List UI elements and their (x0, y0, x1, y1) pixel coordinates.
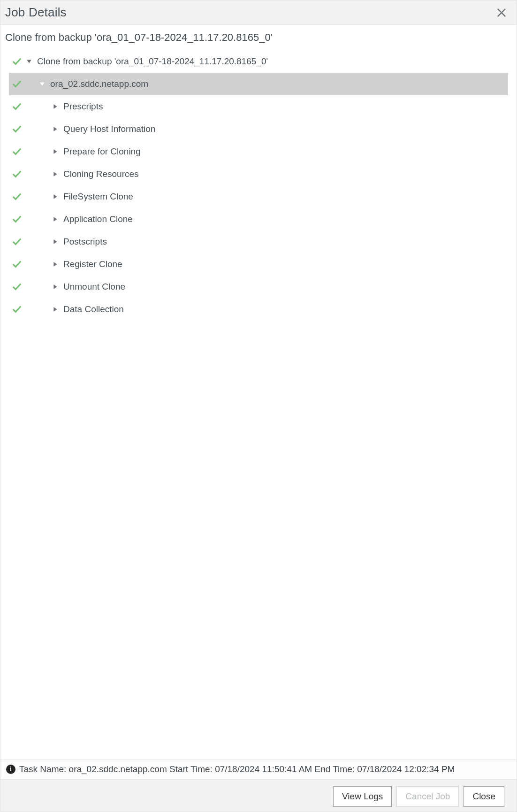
tree-row-label: Prepare for Cloning (62, 146, 141, 157)
tree-row[interactable]: Unmount Clone (9, 276, 508, 298)
dialog-subtitle: Clone from backup 'ora_01_07-18-2024_11.… (0, 25, 517, 48)
chevron-right-icon[interactable] (51, 237, 60, 246)
footer: View Logs Cancel Job Close (0, 779, 517, 812)
tree-row-label: Cloning Resources (62, 169, 139, 179)
chevron-right-icon[interactable] (51, 147, 60, 156)
dialog-title: Job Details (5, 5, 67, 20)
status-success-icon (9, 146, 25, 157)
tree-row[interactable]: Query Host Information (9, 118, 508, 140)
tree-row[interactable]: Prescripts (9, 95, 508, 118)
info-icon: i (6, 765, 15, 774)
status-success-icon (9, 237, 25, 247)
svg-marker-3 (40, 82, 45, 85)
tree-row-label: Query Host Information (62, 124, 155, 134)
chevron-down-icon[interactable] (38, 80, 46, 88)
cancel-job-button: Cancel Job (396, 786, 459, 807)
svg-marker-2 (27, 60, 31, 63)
status-success-icon (9, 214, 25, 224)
tree-row[interactable]: FileSystem Clone (9, 185, 508, 208)
tree-row[interactable]: ora_02.sddc.netapp.com (9, 73, 508, 95)
scrollbar[interactable] (512, 48, 517, 759)
chevron-right-icon[interactable] (51, 125, 60, 133)
tree-row-label: Postscripts (62, 237, 107, 247)
tree-row[interactable]: Clone from backup 'ora_01_07-18-2024_11.… (9, 50, 508, 73)
chevron-right-icon[interactable] (51, 170, 60, 178)
tree-row[interactable]: Cloning Resources (9, 163, 508, 185)
close-icon[interactable] (495, 6, 508, 19)
tree-row-label: Prescripts (62, 101, 103, 112)
chevron-right-icon[interactable] (51, 215, 60, 223)
tree-row-label: Unmount Clone (62, 282, 125, 292)
tree-row[interactable]: Postscripts (9, 230, 508, 253)
chevron-right-icon[interactable] (51, 283, 60, 291)
status-success-icon (9, 101, 25, 112)
svg-marker-9 (53, 217, 57, 222)
svg-marker-4 (53, 104, 57, 109)
status-success-icon (9, 192, 25, 202)
chevron-right-icon[interactable] (51, 260, 60, 268)
view-logs-button[interactable]: View Logs (333, 786, 392, 807)
svg-marker-7 (53, 172, 57, 176)
close-button[interactable]: Close (464, 786, 504, 807)
svg-marker-11 (53, 262, 57, 267)
tree-row-label: FileSystem Clone (62, 192, 133, 202)
tree-row[interactable]: Prepare for Cloning (9, 140, 508, 163)
status-success-icon (9, 169, 25, 179)
tree-row-label: ora_02.sddc.netapp.com (49, 79, 148, 89)
job-tree[interactable]: Clone from backup 'ora_01_07-18-2024_11.… (0, 48, 517, 759)
status-success-icon (9, 259, 25, 269)
svg-marker-10 (53, 239, 57, 244)
job-details-dialog: Job Details Clone from backup 'ora_01_07… (0, 0, 517, 812)
tree-row[interactable]: Data Collection (9, 298, 508, 321)
chevron-down-icon[interactable] (25, 57, 33, 66)
status-success-icon (9, 282, 25, 292)
svg-marker-5 (53, 127, 57, 131)
tree-row-label: Register Clone (62, 259, 122, 269)
svg-marker-8 (53, 194, 57, 199)
svg-marker-12 (53, 284, 57, 289)
status-text: Task Name: ora_02.sddc.netapp.com Start … (19, 764, 455, 774)
status-bar: i Task Name: ora_02.sddc.netapp.com Star… (0, 759, 517, 779)
chevron-right-icon[interactable] (51, 192, 60, 201)
titlebar: Job Details (0, 0, 517, 25)
tree-row[interactable]: Register Clone (9, 253, 508, 276)
chevron-right-icon[interactable] (51, 305, 60, 314)
tree-row-label: Data Collection (62, 304, 124, 314)
svg-marker-6 (53, 149, 57, 154)
status-success-icon (9, 304, 25, 314)
tree-row-label: Clone from backup 'ora_01_07-18-2024_11.… (36, 56, 268, 67)
tree-row-label: Application Clone (62, 214, 133, 224)
status-success-icon (9, 124, 25, 134)
svg-marker-13 (53, 307, 57, 312)
tree-row[interactable]: Application Clone (9, 208, 508, 230)
status-success-icon (9, 79, 25, 89)
status-success-icon (9, 56, 25, 67)
chevron-right-icon[interactable] (51, 102, 60, 111)
